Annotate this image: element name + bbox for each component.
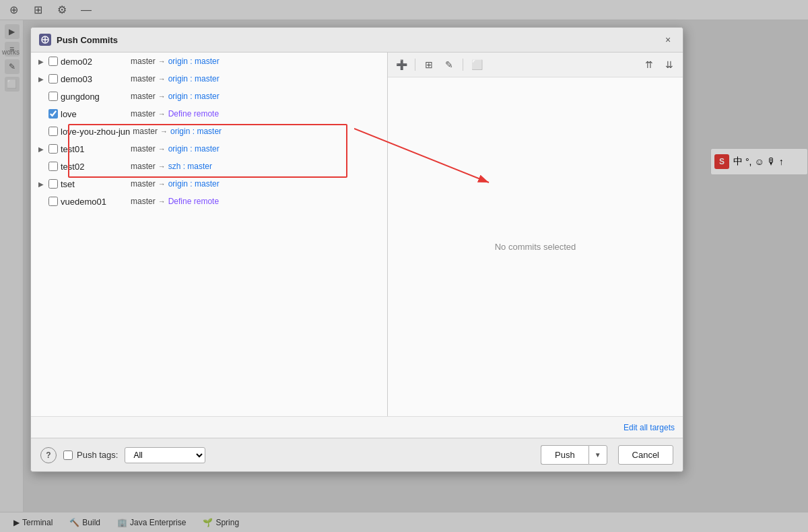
repo-name-gungdong: gungdong (61, 92, 128, 102)
repo-row-test01[interactable]: ▶test01master→origin : master (31, 140, 387, 158)
branch-test02: master (131, 162, 156, 171)
branch-demo02: master (131, 57, 156, 66)
repo-row-demo03[interactable]: ▶demo03master→origin : master (31, 70, 387, 88)
group-btn[interactable]: ⊞ (421, 57, 437, 73)
edit-btn[interactable]: ✎ (441, 57, 457, 73)
push-tags-label: Push tags: (63, 450, 118, 460)
define-remote-love[interactable]: Define remote (168, 109, 219, 119)
arrow-test02: → (158, 162, 166, 170)
tags-select[interactable]: All (125, 447, 205, 463)
repo-name-test01: test01 (61, 144, 128, 154)
remote-link-gungdong[interactable]: origin : master (168, 92, 220, 101)
repo-row-tset[interactable]: ▶tsetmaster→origin : master (31, 175, 387, 193)
checkbox-demo03[interactable] (48, 74, 58, 84)
dialog-body: ▶demo02master→origin : master▶demo03mast… (31, 53, 683, 416)
arrow-demo02: → (158, 57, 166, 65)
dialog-title-icon (39, 34, 51, 46)
remote-link-love-you-zhou-jun[interactable]: origin : master (170, 127, 222, 136)
dialog-title-text: Push Commits (57, 35, 656, 45)
repo-row-love-you-zhou-jun[interactable]: ▶love-you-zhou-junmaster→origin : master (31, 123, 387, 140)
branch-test01: master (131, 144, 156, 154)
repo-name-demo02: demo02 (61, 57, 128, 67)
repo-name-tset: tset (61, 179, 128, 189)
repo-row-test02[interactable]: ▶test02master→szh : master (31, 158, 387, 175)
expand-btn-tset[interactable]: ▶ (36, 179, 46, 189)
branch-demo03: master (131, 74, 156, 84)
repo-name-vuedemo01: vuedemo01 (61, 197, 128, 207)
arrow-gungdong: → (158, 92, 166, 100)
checkbox-demo02[interactable] (48, 57, 58, 66)
add-commit-btn[interactable]: ➕ (393, 57, 409, 73)
repo-name-test02: test02 (61, 162, 128, 172)
push-btn-group: Push ▼ (541, 445, 607, 465)
checkbox-test01[interactable] (48, 144, 58, 154)
repo-row-vuedemo01[interactable]: ▶vuedemo01master→Define remote (31, 193, 387, 210)
branch-gungdong: master (131, 92, 156, 101)
arrow-test01: → (158, 145, 166, 153)
view-btn[interactable]: ⬜ (469, 57, 485, 73)
arrow-demo03: → (158, 75, 166, 83)
branch-love-you-zhou-jun: master (133, 127, 158, 136)
toolbar-sep-2 (463, 59, 463, 71)
dialog-footer: ? Push tags: All Push ▼ Cancel (31, 438, 683, 471)
remote-link-demo02[interactable]: origin : master (168, 57, 220, 66)
repo-name-love: love (61, 109, 128, 119)
repo-rows: ▶demo02master→origin : master▶demo03mast… (31, 53, 387, 210)
repo-name-love-you-zhou-jun: love-you-zhou-jun (61, 127, 130, 137)
define-remote-vuedemo01[interactable]: Define remote (168, 197, 219, 206)
branch-vuedemo01: master (131, 197, 156, 206)
checkbox-love[interactable] (48, 109, 58, 119)
no-commits-text: No commits selected (388, 77, 683, 416)
edit-all-targets-row: Edit all targets (31, 416, 683, 438)
arrow-tset: → (158, 180, 166, 188)
checkbox-tset[interactable] (48, 179, 58, 189)
checkbox-gungdong[interactable] (48, 92, 58, 101)
expand-btn-test01[interactable]: ▶ (36, 144, 46, 154)
expand-btn-demo03[interactable]: ▶ (36, 74, 46, 84)
repo-list-panel: ▶demo02master→origin : master▶demo03mast… (31, 53, 388, 416)
branch-tset: master (131, 179, 156, 189)
repo-row-love[interactable]: ▶lovemaster→Define remote (31, 105, 387, 123)
help-button[interactable]: ? (40, 447, 57, 463)
push-button[interactable]: Push (541, 445, 588, 465)
toolbar-sep-1 (415, 59, 415, 71)
arrow-love-you-zhou-jun: → (160, 127, 168, 135)
commits-toolbar: ➕ ⊞ ✎ ⬜ ⇈ ⇊ (388, 53, 683, 77)
push-tags-checkbox[interactable] (63, 451, 73, 460)
push-commits-dialog: Push Commits × ▶demo02master→origin : ma… (30, 27, 683, 472)
dialog-titlebar: Push Commits × (31, 28, 683, 53)
collapse-all-btn[interactable]: ⇈ (641, 57, 657, 73)
edit-all-targets-link[interactable]: Edit all targets (624, 423, 675, 432)
remote-link-test01[interactable]: origin : master (168, 144, 220, 154)
checkbox-vuedemo01[interactable] (48, 197, 58, 206)
close-button[interactable]: × (661, 33, 675, 46)
arrow-love: → (158, 110, 166, 118)
checkbox-test02[interactable] (48, 162, 58, 171)
expand-btn-demo02[interactable]: ▶ (36, 57, 46, 66)
repo-row-demo02[interactable]: ▶demo02master→origin : master (31, 53, 387, 70)
repo-row-gungdong[interactable]: ▶gungdongmaster→origin : master (31, 88, 387, 105)
branch-love: master (131, 109, 156, 119)
commits-panel: ➕ ⊞ ✎ ⬜ ⇈ ⇊ No commits selected (388, 53, 683, 416)
expand-all-btn[interactable]: ⇊ (661, 57, 677, 73)
push-dropdown-arrow[interactable]: ▼ (588, 445, 607, 465)
cancel-button[interactable]: Cancel (618, 445, 673, 465)
arrow-vuedemo01: → (158, 197, 166, 205)
repo-name-demo03: demo03 (61, 74, 128, 84)
remote-link-demo03[interactable]: origin : master (168, 74, 220, 84)
remote-link-tset[interactable]: origin : master (168, 179, 220, 189)
checkbox-love-you-zhou-jun[interactable] (48, 127, 58, 136)
remote-link-test02[interactable]: szh : master (168, 162, 212, 171)
